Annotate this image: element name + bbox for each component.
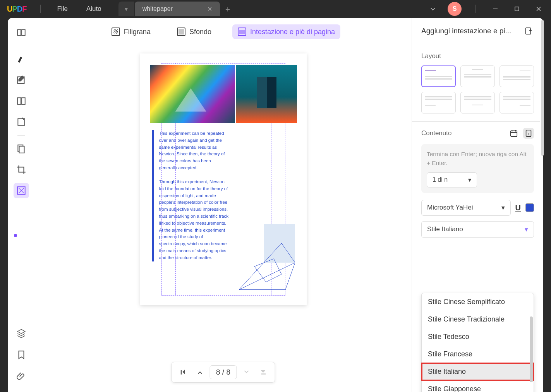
prev-page-button[interactable]	[193, 366, 205, 378]
add-tab-button[interactable]: ＋	[220, 2, 235, 16]
first-page-button[interactable]	[177, 366, 189, 378]
pages-tool-icon[interactable]	[14, 93, 29, 109]
svg-rect-10	[511, 131, 517, 137]
divider	[475, 5, 476, 13]
divider	[412, 46, 540, 46]
style-dropdown[interactable]: Stile Italiano ▾	[421, 221, 534, 238]
svg-rect-1	[515, 7, 519, 11]
pagination-value: 1 di n	[433, 176, 448, 183]
layout-label: Layout	[421, 52, 534, 60]
watermark-button[interactable]: Filigrana	[106, 24, 156, 39]
edit-tool-icon[interactable]	[14, 72, 29, 88]
layout-option-4[interactable]	[421, 92, 456, 113]
date-icon[interactable]	[508, 128, 519, 139]
watermark-label: Filigrana	[124, 28, 151, 36]
svg-rect-4	[22, 98, 25, 104]
prism-image	[150, 65, 235, 123]
color-picker[interactable]	[525, 203, 534, 212]
layout-option-6[interactable]	[500, 92, 534, 113]
highlight-tool-icon[interactable]	[14, 52, 29, 67]
user-avatar[interactable]: S	[448, 2, 462, 16]
style-option-cn-simplified[interactable]: Stile Cinese Semplificato	[422, 293, 534, 311]
watermark-tool-icon[interactable]	[14, 183, 29, 198]
background-icon	[177, 28, 185, 36]
layers-icon[interactable]	[14, 325, 29, 341]
style-option-cn-traditional[interactable]: Stile Cinese Tradizionale	[422, 311, 534, 328]
form-tool-icon[interactable]	[14, 114, 29, 130]
separator	[17, 46, 25, 46]
background-label: Sfondo	[189, 28, 211, 36]
svg-rect-3	[17, 98, 21, 104]
export-icon[interactable]	[523, 26, 534, 36]
style-option-french[interactable]: Stile Francese	[422, 346, 534, 363]
minimize-button[interactable]	[486, 1, 505, 17]
crop-tool-icon[interactable]	[14, 162, 29, 177]
svg-rect-9	[526, 28, 531, 34]
style-option-japanese[interactable]: Stile Giapponese	[422, 380, 534, 392]
tab-title: whitepaper	[142, 5, 173, 12]
document-tab[interactable]: whitepaper ✕	[135, 2, 220, 16]
font-value: Microsoft YaHei	[427, 204, 473, 211]
svg-text:1: 1	[527, 132, 529, 136]
geometric-decoration	[239, 224, 295, 290]
maximize-button[interactable]	[508, 1, 526, 17]
chevron-down-icon: ▾	[525, 225, 528, 234]
close-button[interactable]	[529, 1, 548, 17]
placeholder: Termina con Enter; nuova riga con Alt + …	[427, 150, 529, 168]
header-footer-button[interactable]: Intestazione e piè di pagina	[232, 24, 340, 39]
layout-option-3[interactable]	[500, 65, 534, 87]
page-number-icon[interactable]: 1	[523, 128, 534, 139]
content-input-area[interactable]: Termina con Enter; nuova riga con Alt + …	[421, 144, 534, 193]
svg-rect-7	[19, 146, 24, 153]
style-value: Stile Italiano	[427, 225, 463, 233]
style-dropdown-list: Stile Cinese Semplificato Stile Cinese T…	[421, 293, 534, 392]
layout-option-5[interactable]	[460, 92, 495, 113]
chevron-down-icon: ▾	[501, 204, 505, 212]
indicator-dot	[14, 234, 17, 237]
separator	[17, 135, 25, 136]
tab-list-dropdown[interactable]: ▾	[118, 2, 134, 16]
bookmark-icon[interactable]	[14, 347, 29, 363]
font-dropdown[interactable]: Microsoft YaHei ▾	[421, 200, 511, 216]
style-option-german[interactable]: Stile Tedesco	[422, 328, 534, 346]
chevron-down-icon: ▾	[468, 176, 471, 184]
panel-title: Aggiungi intestazione e pi...	[421, 27, 511, 35]
layout-option-1[interactable]	[421, 65, 456, 87]
right-scrollbar-track	[541, 18, 544, 392]
header-footer-icon	[238, 28, 246, 36]
background-button[interactable]: Sfondo	[172, 24, 217, 39]
menu-help[interactable]: Aiuto	[77, 5, 111, 13]
layout-option-2[interactable]	[460, 65, 495, 87]
page-number-input[interactable]: 8 / 8	[209, 365, 237, 379]
menu-file[interactable]: File	[48, 5, 77, 13]
close-icon[interactable]: ✕	[207, 5, 212, 13]
style-option-italian[interactable]: Stile Italiano	[422, 363, 534, 380]
divider	[412, 121, 540, 122]
attachment-icon[interactable]	[14, 369, 29, 384]
app-logo: UPDF	[7, 5, 26, 14]
scrollbar[interactable]	[530, 316, 533, 382]
cube-image	[236, 65, 297, 123]
page-navigation: 8 / 8	[171, 362, 275, 383]
reader-tool-icon[interactable]	[14, 25, 29, 40]
divider	[40, 5, 41, 13]
next-page-button[interactable]	[242, 366, 253, 378]
pagination-dropdown[interactable]: 1 di n ▾	[427, 172, 477, 187]
ocr-tool-icon[interactable]	[14, 141, 29, 156]
header-footer-label: Intestazione e piè di pagina	[250, 28, 335, 36]
quote-bar	[152, 130, 154, 261]
chevron-down-icon[interactable]	[425, 1, 441, 17]
underline-button[interactable]: U	[515, 203, 521, 212]
document-page: 8 di 8 This experiment can be repeated o…	[140, 53, 307, 305]
scrollbar-thumb[interactable]	[541, 20, 544, 156]
svg-rect-5	[18, 119, 24, 125]
last-page-button[interactable]	[258, 366, 269, 378]
watermark-icon	[112, 28, 120, 36]
content-label: Contenuto	[421, 129, 451, 137]
